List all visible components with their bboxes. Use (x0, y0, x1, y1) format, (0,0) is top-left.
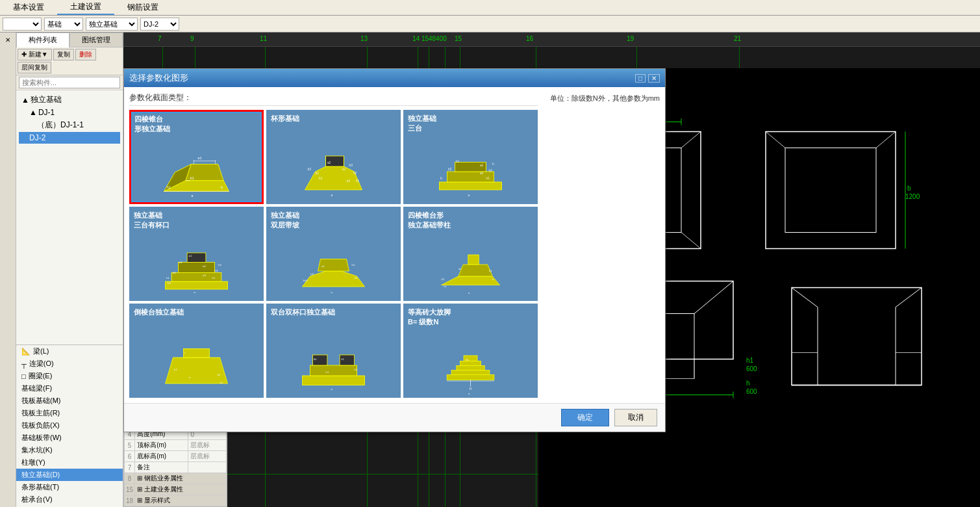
svg-rect-91 (447, 374, 494, 380)
svg-text:h1: h1 (212, 276, 216, 280)
tree-dj1[interactable]: ▲ DJ-1 (19, 107, 120, 118)
toolbar-select-foundation[interactable]: 基础 (44, 18, 83, 31)
toolbar-select-dj2[interactable]: DJ-2 (140, 18, 179, 31)
comp-item-sump[interactable]: 集水坑(K) (16, 444, 123, 456)
svg-line-115 (876, 132, 896, 148)
svg-text:h1: h1 (167, 185, 171, 189)
svg-text:b1: b1 (190, 176, 194, 180)
dialog-title-text: 选择参数化图形 (129, 72, 188, 84)
comp-item-strip-found[interactable]: 条形基础(T) (16, 481, 123, 493)
comp-item-raftrebar[interactable]: 筏板主筋(R) (16, 407, 123, 419)
svg-text:a: a (468, 291, 470, 294)
comp-item-beam[interactable]: 📐 梁(L) (16, 345, 123, 358)
svg-text:a1: a1 (321, 265, 325, 268)
shape-label-7: 倒棱台独立基础 (131, 305, 262, 320)
svg-text:a3: a3 (347, 179, 351, 183)
prop-row-8: 8⊞ 钢筋业务属性 (125, 473, 227, 484)
svg-text:H: H (469, 387, 471, 391)
shape-item-1[interactable]: 四棱锥台形独立基础 a1 (129, 110, 264, 204)
svg-line-100 (681, 132, 701, 148)
dialog-maximize-btn[interactable]: □ (635, 74, 646, 83)
toolbar-select-isolated[interactable]: 独立基础 (86, 18, 138, 31)
svg-line-122 (694, 281, 733, 314)
comp-item-raftnegrebar[interactable]: 筏板负筋(X) (16, 419, 123, 432)
comp-item-column-pier[interactable]: 柱墩(Y) (16, 456, 123, 469)
comp-item-pile-cap[interactable]: 桩承台(V) (16, 493, 123, 506)
svg-text:h1: h1 (746, 357, 754, 364)
shape-label-6: 四棱锥台形独立基础带柱 (405, 208, 536, 233)
comp-item-foundband[interactable]: 基础板带(W) (16, 432, 123, 444)
svg-rect-27 (440, 182, 502, 190)
shape-item-7[interactable]: 倒棱台独立基础 r b1 a h2 h1 (129, 304, 264, 398)
shape-label-3: 独立基础三台 (405, 111, 536, 136)
svg-rect-39 (166, 281, 228, 289)
svg-text:a: a (331, 194, 333, 197)
svg-text:a: a (194, 291, 196, 294)
ruler-19: 19 (627, 35, 634, 42)
tree-dj1-expand[interactable]: ▲ (29, 108, 37, 117)
svg-text:b2: b2 (310, 272, 314, 276)
svg-text:bb: bb (314, 358, 317, 361)
dialog-cancel-btn[interactable]: 取消 (614, 409, 657, 426)
svg-text:h2: h2 (353, 172, 357, 175)
svg-text:h2: h2 (355, 276, 358, 280)
dialog-close-btn[interactable]: ✕ (648, 74, 660, 83)
tree-dj1-1[interactable]: （底）DJ-1-1 (19, 118, 120, 132)
svg-text:b2: b2 (448, 168, 452, 171)
tree-root: ▲ 独立基础 (19, 93, 120, 107)
ruler-48400: 48400 (429, 35, 447, 42)
shape-item-8[interactable]: 双台双杯口独立基础 h1 a h2 bb (266, 304, 401, 398)
dialog-content: 参数化截面类型： 四棱锥台形独立基础 (124, 87, 665, 403)
svg-rect-90 (451, 370, 490, 374)
comp-item-foundbeam[interactable]: 基础梁(F) (16, 382, 123, 395)
tree-dj2[interactable]: DJ-2 (19, 132, 120, 144)
comp-item-ringbeam[interactable]: □ 圈梁(E) (16, 370, 123, 382)
tree-expand-icon[interactable]: ▲ (21, 96, 29, 105)
comp-item-raftfound[interactable]: 筏板基础(M) (16, 395, 123, 407)
menu-civil-settings[interactable]: 土建设置 (57, 0, 114, 15)
svg-text:a1: a1 (459, 267, 462, 270)
shape-item-5[interactable]: 独立基础双层带坡 bb1 b2 a1 h2 h1 a (266, 207, 401, 301)
sidebar-close-btn[interactable]: ✕ (4, 35, 12, 45)
btn-copy-floor[interactable]: 层间复制 (18, 62, 51, 73)
tab-component-list[interactable]: 构件列表 (16, 32, 69, 47)
ruler-1415: 14 15 (412, 35, 429, 42)
btn-new[interactable]: ✚ 新建▼ (18, 49, 52, 60)
shape-item-2[interactable]: 杯形基础 b3 b2 b1 a2 (266, 110, 401, 204)
toolbar-select-1[interactable] (3, 18, 42, 31)
svg-text:h2: h2 (489, 169, 493, 172)
shape-item-4[interactable]: 独立基础三台有杯口 b1 b3 b2 a3 (129, 207, 264, 301)
svg-rect-41 (179, 262, 215, 272)
shape-label-1: 四棱锥台形独立基础 (131, 112, 262, 137)
btn-copy[interactable]: 复制 (53, 49, 74, 60)
menu-basic-settings[interactable]: 基本设置 (0, 1, 57, 14)
comp-item-isolated-found[interactable]: 独立基础(D) (16, 469, 123, 481)
shape-item-9[interactable]: 等高砖大放脚B= 级数N B= (403, 304, 538, 398)
svg-text:h1: h1 (356, 179, 360, 183)
dialog-ok-btn[interactable]: 确定 (561, 409, 609, 426)
comp-item-linbeam[interactable]: ┬ 连梁(O) (16, 358, 123, 370)
svg-rect-78 (303, 376, 365, 385)
btn-delete[interactable]: 删除 (75, 49, 96, 60)
tab-drawing-management[interactable]: 图纸管理 (69, 32, 123, 47)
ruler-7: 7 (158, 35, 162, 42)
shape-item-6[interactable]: 四棱锥台形独立基础带柱 a1 b1 b h2 h1 (403, 207, 538, 301)
svg-text:bb1: bb1 (303, 279, 308, 282)
shape-item-3[interactable]: 独立基础三台 b b2 b1 h1 (403, 110, 538, 204)
svg-text:a: a (468, 194, 470, 197)
svg-text:a1: a1 (480, 164, 484, 167)
prop-row-7: 7备注 (125, 462, 227, 473)
shape-label-5: 独立基础双层带坡 (268, 208, 399, 233)
svg-text:h2: h2 (218, 373, 221, 376)
svg-text:a: a (331, 291, 333, 294)
search-input[interactable] (19, 77, 120, 88)
svg-text:b1: b1 (174, 368, 177, 371)
component-type-nav: ✕ (0, 32, 16, 507)
menu-rebar-settings[interactable]: 钢筋设置 (114, 1, 171, 14)
component-tree: ▲ 独立基础 ▲ DJ-1 （底）DJ-1-1 DJ-2 (16, 90, 123, 344)
svg-text:a: a (331, 387, 333, 391)
shape-label-2: 杯形基础 (268, 111, 399, 126)
ruler-13: 13 (360, 35, 368, 42)
prop-row-18: 18⊞ 显示样式 (125, 495, 227, 506)
svg-text:a: a (468, 392, 470, 395)
